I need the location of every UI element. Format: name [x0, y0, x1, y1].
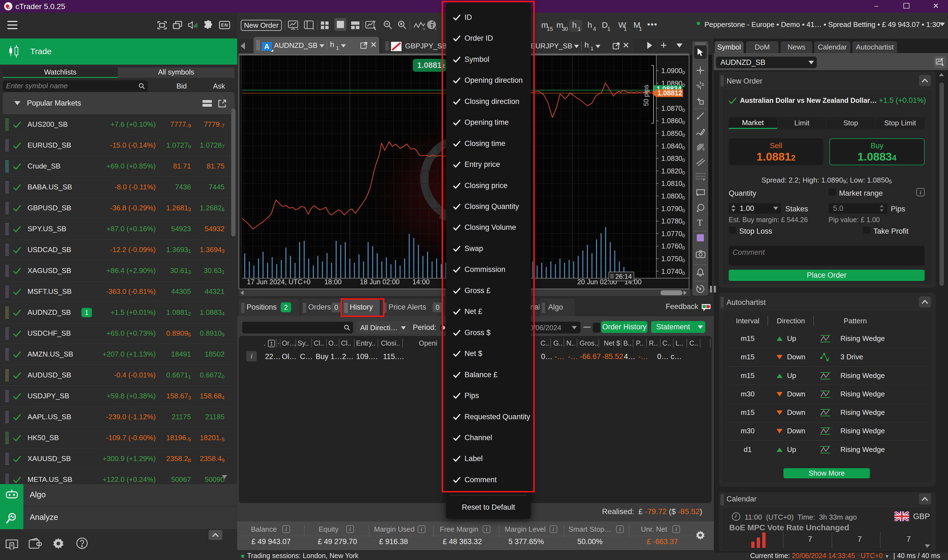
- svg-text:1.09000: 1.09000: [661, 67, 685, 75]
- svg-text:1.08300: 1.08300: [661, 154, 685, 163]
- svg-text:1.08600: 1.08600: [661, 117, 685, 125]
- svg-text:1.08100: 1.08100: [661, 180, 685, 188]
- svg-text:1.07400: 1.07400: [661, 268, 685, 276]
- svg-text:14:00: 14:00: [412, 278, 430, 286]
- svg-text:E: E: [703, 147, 705, 151]
- svg-text:1.08200: 1.08200: [661, 167, 685, 176]
- svg-text:1.08500: 1.08500: [661, 129, 685, 138]
- svg-text:17 Jun 2024, UTC+0: 17 Jun 2024, UTC+0: [247, 278, 310, 286]
- svg-text:F: F: [703, 178, 705, 181]
- svg-text:1.07700: 1.07700: [661, 230, 685, 238]
- svg-text:1.08812: 1.08812: [658, 89, 682, 97]
- svg-text:1.08400: 1.08400: [661, 142, 685, 151]
- svg-text:1.08812: 1.08812: [417, 61, 445, 69]
- svg-text:1.07800: 1.07800: [661, 217, 685, 226]
- svg-text:26:14: 26:14: [615, 273, 632, 280]
- svg-text:18:00: 18:00: [324, 278, 342, 286]
- svg-text:1.07600: 1.07600: [661, 242, 685, 251]
- svg-text:18 Jun 02:00: 18 Jun 02:00: [360, 278, 400, 286]
- svg-text:1.07900: 1.07900: [661, 205, 685, 213]
- svg-text:50 pips: 50 pips: [642, 85, 650, 106]
- svg-text:1.07500: 1.07500: [661, 255, 685, 263]
- svg-text:1.08000: 1.08000: [661, 192, 685, 201]
- svg-text:1.08700: 1.08700: [661, 105, 685, 113]
